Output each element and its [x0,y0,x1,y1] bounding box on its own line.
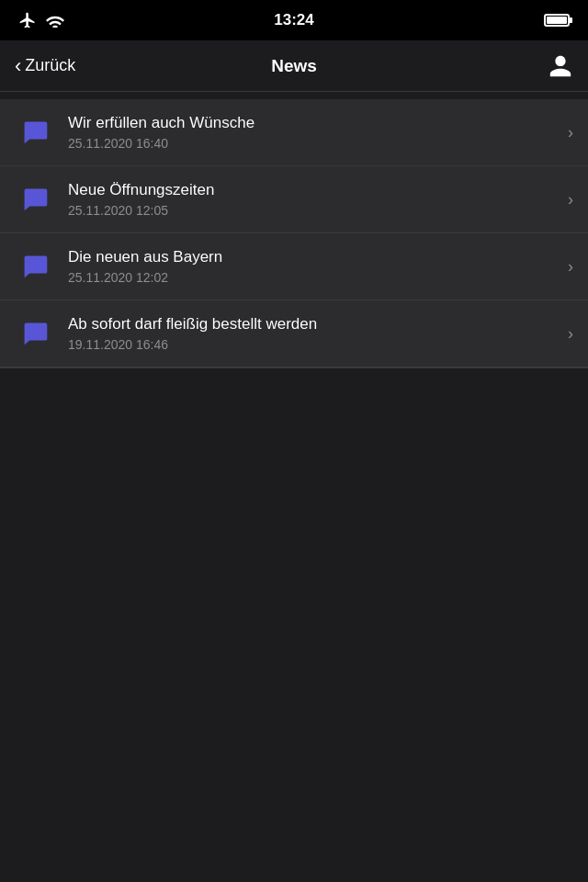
news-item[interactable]: Ab sofort darf fleißig bestellt werden 1… [0,300,588,368]
person-icon [548,53,573,79]
news-date-2: 25.11.2020 12:05 [68,203,560,218]
chat-bubble-icon [17,115,52,150]
back-chevron-icon: ‹ [15,56,21,76]
news-item[interactable]: Die neuen aus Bayern 25.11.2020 12:02 › [0,233,588,300]
nav-bar: ‹ Zurück News [0,40,588,92]
news-date-1: 25.11.2020 16:40 [68,136,560,151]
bottom-divider [0,368,588,368]
news-list: Wir erfüllen auch Wünsche 25.11.2020 16:… [0,99,588,368]
chevron-right-icon: › [568,324,573,344]
chevron-right-icon: › [568,190,573,209]
status-bar: 13:24 [0,0,588,40]
news-content-4: Ab sofort darf fleißig bestellt werden 1… [68,315,560,352]
back-button[interactable]: ‹ Zurück [15,56,75,76]
news-title-3: Die neuen aus Bayern [68,248,560,266]
news-content-1: Wir erfüllen auch Wünsche 25.11.2020 16:… [68,114,560,151]
page-title: News [271,56,317,76]
airplane-icon [18,11,37,29]
profile-button[interactable] [548,53,573,79]
chat-bubble-icon [17,182,52,217]
status-right-icons [544,14,570,27]
news-icon-4 [15,313,55,354]
chat-bubble-icon [17,249,52,284]
news-title-4: Ab sofort darf fleißig bestellt werden [68,315,560,334]
back-label: Zurück [25,56,75,75]
news-date-3: 25.11.2020 12:02 [68,270,560,285]
news-icon-1 [15,112,55,153]
news-date-4: 19.11.2020 16:46 [68,337,560,352]
news-icon-3 [15,246,55,287]
chevron-right-icon: › [568,257,573,277]
news-content-2: Neue Öffnungszeiten 25.11.2020 12:05 [68,181,560,218]
news-icon-2 [15,179,55,220]
news-title-2: Neue Öffnungszeiten [68,181,560,199]
battery-icon [544,14,570,27]
news-content-3: Die neuen aus Bayern 25.11.2020 12:02 [68,248,560,285]
wifi-icon [46,13,64,28]
news-item[interactable]: Neue Öffnungszeiten 25.11.2020 12:05 › [0,166,588,233]
status-time: 13:24 [274,11,313,29]
news-item[interactable]: Wir erfüllen auch Wünsche 25.11.2020 16:… [0,99,588,166]
chat-bubble-icon [17,316,52,351]
news-title-1: Wir erfüllen auch Wünsche [68,114,560,132]
chevron-right-icon: › [568,123,573,142]
status-left-icons [18,11,64,29]
